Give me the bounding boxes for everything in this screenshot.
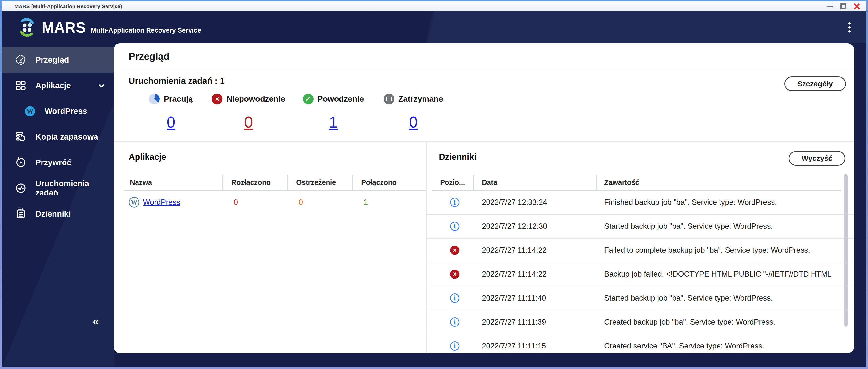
status-success: ✓Powodzenie1 [301, 93, 366, 131]
info-icon: i [450, 341, 459, 351]
log-date: 2022/7/27 11:11:40 [482, 294, 546, 303]
sidebar-item-przegl-d[interactable]: Przegląd [2, 47, 114, 73]
sidebar-item-label: Przegląd [35, 55, 69, 64]
app-subtitle: Multi-Application Recovery Service [91, 27, 201, 34]
chevron-down-icon[interactable] [98, 82, 104, 88]
log-row: i2022/7/27 11:11:15Created service "BA".… [427, 334, 854, 353]
status-value-link[interactable]: 0 [166, 113, 175, 131]
os-titlebar: MARS (Multi-Application Recovery Service… [2, 1, 866, 11]
app-header: MARS Multi-Application Recovery Service [2, 11, 866, 44]
status-head: Zatrzymane [381, 93, 446, 104]
column-header-nazwa: Nazwa [130, 178, 152, 187]
mars-logo-icon [17, 17, 37, 37]
status-head: ✓Powodzenie [301, 93, 366, 104]
log-row: i2022/7/27 12:12:30Started backup job "b… [427, 215, 854, 238]
log-row: i2022/7/27 12:33:24Finished backup job "… [427, 191, 854, 215]
table-row: WWordPress001 [114, 191, 426, 214]
wordpress-icon: W [24, 105, 36, 117]
column-header-zawartosc: Zawartość [604, 178, 639, 187]
log-row: i2022/7/27 11:11:40Started backup job "b… [427, 286, 854, 310]
log-content: Backup job failed. <!DOCTYPE HTML PUBLIC… [604, 270, 832, 279]
sidebar-item-kopia-zapasowa[interactable]: Kopia zapasowa [2, 124, 114, 149]
app-link[interactable]: WordPress [143, 198, 180, 207]
logs-title: Dzienniki [439, 152, 476, 162]
log-content: Finished backup job "ba". Service type: … [604, 198, 832, 207]
status-running: Pracują0 [145, 93, 196, 131]
status-label: Zatrzymane [398, 94, 443, 104]
column-header-ostrzezenie: Ostrzeżenie [296, 178, 336, 187]
sidebar-collapse-button[interactable]: « [93, 314, 99, 328]
close-button[interactable] [854, 3, 860, 9]
log-date: 2022/7/27 11:11:39 [482, 318, 546, 327]
status-failure: ×Niepowodzenie0 [210, 93, 287, 131]
logs-scrollbar-thumb[interactable] [844, 174, 848, 327]
logs-icon [15, 208, 27, 220]
sidebar-item-dzienniki[interactable]: Dzienniki [2, 201, 114, 227]
applications-panel: Aplikacje Nazwa Rozłączono Ostrzeżenie P… [114, 142, 427, 353]
log-row: ×2022/7/27 11:14:22Failed to complete ba… [427, 238, 854, 262]
log-row: i2022/7/27 11:11:39Created backup job "b… [427, 310, 854, 334]
column-header-rozlaczono: Rozłączono [231, 178, 271, 187]
main-area: PrzeglądAplikacjeWWordPressKopia zapasow… [2, 44, 866, 367]
warning-count: 0 [299, 198, 303, 207]
sidebar-item-przywr[interactable]: Przywróć [2, 149, 114, 175]
svg-text:W: W [27, 107, 34, 115]
log-content: Failed to complete backup job "ba". Serv… [604, 246, 832, 255]
column-separator [287, 175, 288, 190]
log-row: ×2022/7/27 11:14:22Backup job failed. <!… [427, 262, 854, 286]
status-value-link[interactable]: 0 [409, 113, 418, 131]
svg-text:W: W [131, 199, 137, 206]
maximize-button[interactable] [840, 3, 846, 9]
sidebar-item-aplikacje[interactable]: Aplikacje [2, 73, 114, 98]
sidebar-item-wordpress[interactable]: WWordPress [2, 98, 114, 124]
status-head: ×Niepowodzenie [210, 93, 287, 104]
lower-panels: Aplikacje Nazwa Rozłączono Ostrzeżenie P… [114, 142, 854, 353]
sidebar-item-label: WordPress [45, 107, 87, 116]
gauge-icon [15, 54, 27, 66]
log-date: 2022/7/27 11:14:22 [482, 270, 547, 279]
restore-icon [15, 157, 27, 168]
sidebar: PrzeglądAplikacjeWWordPressKopia zapasow… [2, 44, 114, 367]
log-date: 2022/7/27 12:33:24 [482, 198, 547, 207]
sidebar-item-label: Aplikacje [35, 81, 71, 90]
backup-icon [15, 131, 27, 143]
kebab-menu-icon[interactable] [847, 21, 852, 34]
sidebar-item-label: Dzienniki [35, 209, 71, 219]
minimize-button[interactable] [827, 6, 833, 7]
stopped-icon [384, 93, 395, 104]
status-label: Pracują [164, 94, 193, 104]
wordpress-icon: W [129, 197, 140, 208]
sidebar-item-label: Uruchomienia zadań [35, 179, 114, 197]
column-header-poziom: Pozio... [440, 178, 465, 187]
status-value-link[interactable]: 1 [329, 113, 338, 131]
connected-count: 1 [364, 198, 368, 207]
column-header-data: Data [482, 178, 497, 187]
app-window: MARS (Multi-Application Recovery Service… [0, 0, 868, 369]
status-value-link[interactable]: 0 [244, 113, 253, 131]
info-icon: i [450, 293, 459, 303]
info-icon: i [450, 222, 459, 231]
clear-logs-button[interactable]: Wyczyść [788, 151, 845, 166]
details-button[interactable]: Szczegóły [784, 77, 846, 91]
content-card: Przegląd Uruchomienia zadań : 1 Szczegół… [114, 44, 854, 353]
status-label: Powodzenie [317, 94, 364, 104]
grid-icon [15, 80, 27, 91]
status-head: Pracują [145, 93, 196, 104]
task-runs-section: Uruchomienia zadań : 1 Szczegóły Pracują… [114, 70, 854, 142]
applications-title: Aplikacje [129, 152, 166, 162]
log-content: Started backup job "ba". Service type: W… [604, 294, 832, 303]
task-runs-title: Uruchomienia zadań : 1 [129, 76, 225, 86]
status-stopped: Zatrzymane0 [381, 93, 446, 131]
log-content: Started backup job "ba". Service type: W… [604, 222, 832, 231]
window-body: MARS (Multi-Application Recovery Service… [2, 1, 866, 367]
window-controls [827, 3, 860, 9]
sidebar-item-uruchomienia-zada[interactable]: Uruchomienia zadań [2, 175, 114, 201]
log-date: 2022/7/27 11:11:15 [482, 342, 546, 350]
column-separator [352, 175, 353, 190]
info-icon: i [450, 198, 459, 207]
log-date: 2022/7/27 12:12:30 [482, 222, 547, 231]
logs-list: i2022/7/27 12:33:24Finished backup job "… [427, 191, 854, 353]
disconnected-count: 0 [234, 198, 238, 207]
sidebar-item-label: Kopia zapasowa [35, 132, 98, 141]
failure-icon: × [212, 93, 222, 104]
